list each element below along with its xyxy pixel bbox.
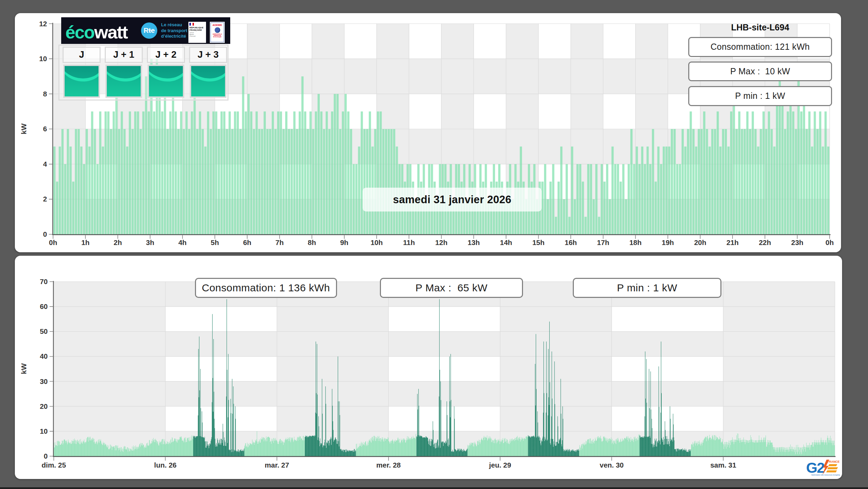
svg-text:10: 10 bbox=[40, 427, 48, 435]
svg-text:lun. 26: lun. 26 bbox=[154, 461, 177, 469]
svg-text:0h: 0h bbox=[49, 238, 57, 246]
svg-text:mar. 27: mar. 27 bbox=[265, 461, 289, 469]
svg-text:14h: 14h bbox=[500, 238, 512, 246]
svg-text:0: 0 bbox=[43, 230, 47, 238]
svg-text:13h: 13h bbox=[468, 238, 480, 246]
svg-text:12h: 12h bbox=[435, 238, 447, 246]
svg-text:70: 70 bbox=[40, 278, 48, 285]
svg-text:3h: 3h bbox=[146, 238, 154, 246]
svg-text:15h: 15h bbox=[532, 238, 544, 246]
svg-text:mer. 28: mer. 28 bbox=[376, 461, 401, 469]
svg-text:dim. 25: dim. 25 bbox=[41, 461, 66, 469]
svg-text:30: 30 bbox=[40, 377, 48, 385]
svg-text:sam. 31: sam. 31 bbox=[710, 461, 736, 469]
svg-text:22h: 22h bbox=[759, 238, 771, 246]
svg-text:2h: 2h bbox=[114, 238, 122, 246]
svg-text:7h: 7h bbox=[276, 238, 284, 246]
svg-text:9h: 9h bbox=[340, 238, 348, 246]
svg-text:20: 20 bbox=[40, 402, 48, 410]
svg-text:18h: 18h bbox=[629, 238, 642, 246]
svg-text:ven. 30: ven. 30 bbox=[600, 461, 624, 469]
svg-text:11h: 11h bbox=[403, 238, 415, 246]
svg-text:kW: kW bbox=[20, 363, 28, 374]
svg-text:17h: 17h bbox=[597, 238, 609, 246]
svg-text:21h: 21h bbox=[727, 238, 739, 246]
svg-text:0: 0 bbox=[44, 452, 48, 460]
svg-text:20h: 20h bbox=[694, 238, 706, 246]
svg-text:8: 8 bbox=[43, 90, 47, 98]
svg-text:23h: 23h bbox=[791, 238, 803, 246]
svg-text:40: 40 bbox=[40, 352, 48, 360]
svg-text:10h: 10h bbox=[371, 238, 383, 246]
svg-text:1h: 1h bbox=[81, 238, 90, 246]
svg-text:16h: 16h bbox=[565, 238, 577, 246]
svg-text:5h: 5h bbox=[211, 238, 219, 246]
svg-text:12: 12 bbox=[39, 20, 47, 28]
svg-text:4: 4 bbox=[43, 160, 47, 168]
svg-text:0h: 0h bbox=[825, 238, 834, 246]
svg-text:6h: 6h bbox=[243, 238, 251, 246]
svg-text:Optimisation des ressources én: Optimisation des ressources énergétiques bbox=[811, 474, 840, 476]
svg-text:2: 2 bbox=[43, 195, 47, 203]
svg-text:8h: 8h bbox=[308, 238, 316, 246]
svg-text:60: 60 bbox=[40, 302, 48, 310]
svg-text:50: 50 bbox=[40, 327, 48, 335]
svg-text:10: 10 bbox=[39, 55, 47, 63]
svg-text:FRANCE: FRANCE bbox=[827, 460, 840, 463]
svg-text:jeu. 29: jeu. 29 bbox=[489, 461, 511, 469]
svg-text:kW: kW bbox=[20, 123, 28, 134]
svg-text:G2: G2 bbox=[806, 460, 824, 476]
svg-text:6: 6 bbox=[43, 125, 47, 133]
svg-text:19h: 19h bbox=[662, 238, 674, 246]
svg-text:4h: 4h bbox=[178, 238, 187, 246]
